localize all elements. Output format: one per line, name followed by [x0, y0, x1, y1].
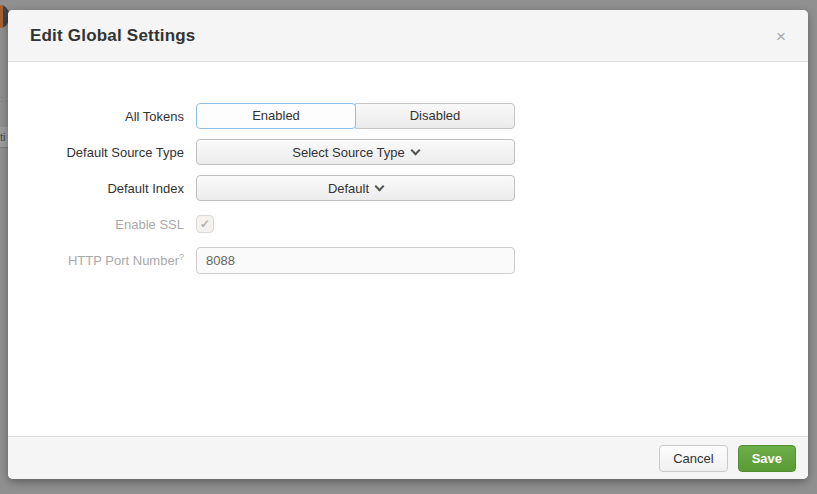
form-row-http-port: HTTP Port Number? [8, 247, 808, 274]
all-tokens-label: All Tokens [8, 109, 196, 124]
help-question-icon: ? [179, 252, 184, 262]
form-row-enable-ssl: Enable SSL ✓ [8, 211, 808, 237]
chevron-down-icon [375, 181, 385, 191]
all-tokens-disabled-button[interactable]: Disabled [355, 103, 515, 129]
edit-global-settings-dialog: Edit Global Settings × All Tokens Enable… [8, 10, 808, 479]
all-tokens-toggle: Enabled Disabled [196, 103, 515, 129]
chevron-down-icon [410, 145, 420, 155]
default-index-label: Default Index [8, 181, 196, 196]
default-source-type-value: Select Source Type [292, 145, 405, 160]
enable-ssl-checkbox[interactable]: ✓ [196, 215, 214, 233]
default-source-type-dropdown[interactable]: Select Source Type [196, 139, 515, 165]
all-tokens-enabled-button[interactable]: Enabled [196, 103, 356, 129]
dialog-header: Edit Global Settings × [8, 10, 808, 62]
form-row-all-tokens: All Tokens Enabled Disabled [8, 103, 808, 129]
dialog-footer: Cancel Save [8, 436, 808, 479]
checkmark-icon: ✓ [200, 217, 210, 231]
cancel-button[interactable]: Cancel [659, 445, 727, 472]
form-row-default-source-type: Default Source Type Select Source Type [8, 139, 808, 165]
default-index-value: Default [328, 181, 369, 196]
http-port-label: HTTP Port Number? [8, 252, 196, 268]
close-icon[interactable]: × [776, 27, 786, 44]
default-source-type-label: Default Source Type [8, 145, 196, 160]
dialog-body: All Tokens Enabled Disabled Default Sour… [8, 62, 808, 436]
http-port-input[interactable] [196, 247, 515, 274]
enable-ssl-label: Enable SSL [8, 217, 196, 232]
dialog-title: Edit Global Settings [30, 26, 196, 46]
default-index-dropdown[interactable]: Default [196, 175, 515, 201]
form-row-default-index: Default Index Default [8, 175, 808, 201]
save-button[interactable]: Save [738, 445, 796, 472]
